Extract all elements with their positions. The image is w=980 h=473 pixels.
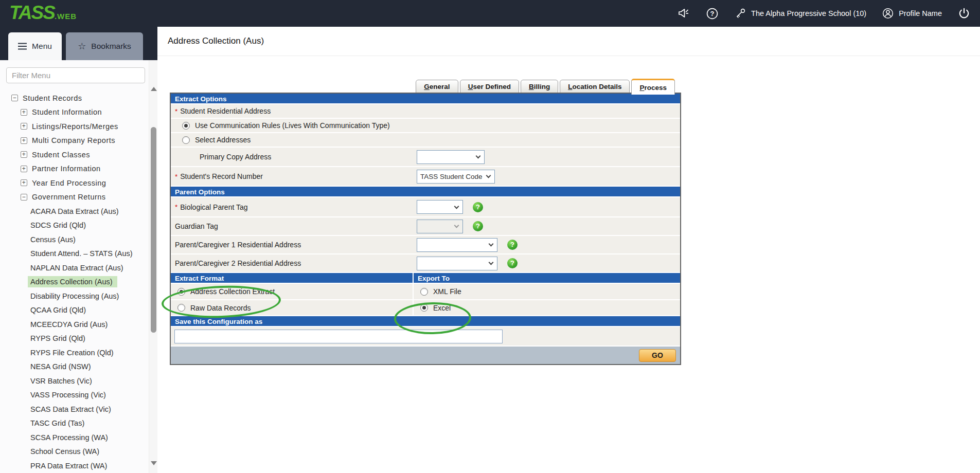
- filter-menu-input[interactable]: [6, 67, 145, 83]
- tab-user-defined[interactable]: User Defined: [460, 80, 519, 94]
- primary-copy-address-select[interactable]: [417, 150, 485, 164]
- expand-icon[interactable]: +: [21, 166, 27, 172]
- sidebar-item-sdcs-grid-qld[interactable]: SDCS Grid (Qld): [0, 219, 148, 233]
- select-addresses-radio[interactable]: [182, 136, 190, 144]
- student-s-record-number-select[interactable]: TASS Student Code: [417, 170, 495, 184]
- tab-billing[interactable]: Billing: [521, 80, 558, 94]
- expand-icon[interactable]: +: [21, 137, 27, 144]
- chevron-down-icon: [486, 173, 491, 178]
- sidebar-item-nesa-grid-nsw[interactable]: NESA Grid (NSW): [0, 360, 148, 374]
- raw-data-records-radio[interactable]: [177, 304, 185, 312]
- excel-radio[interactable]: [420, 304, 428, 312]
- help-icon[interactable]: ?: [473, 221, 483, 231]
- sidebar-item-label: NAPLAN Data Extract (Aus): [30, 264, 123, 272]
- key-icon: [734, 7, 746, 20]
- sidebar-item-listings-reports-merges[interactable]: +Listings/Reports/Merges: [0, 119, 148, 134]
- sidebar-item-scas-data-extract-vic[interactable]: SCAS Data Extract (Vic): [0, 402, 148, 416]
- sidebar-item-disability-processing-aus[interactable]: Disability Processing (Aus): [0, 289, 148, 303]
- parent-caregiver-1-residential-address-select[interactable]: [417, 238, 497, 252]
- sidebar-item-label: RYPS File Creation (Qld): [30, 349, 114, 357]
- go-button[interactable]: GO: [639, 349, 676, 362]
- sidebar-item-tasc-grid-tas[interactable]: TASC Grid (Tas): [0, 416, 148, 431]
- sidebar-item-year-end-processing[interactable]: +Year End Processing: [0, 176, 148, 190]
- sidebar-item-pra-data-extract-wa[interactable]: PRA Data Extract (WA): [0, 459, 148, 473]
- school-selector[interactable]: The Alpha Progressive School (10): [734, 7, 866, 20]
- expand-icon[interactable]: +: [21, 123, 27, 130]
- sidebar-item-student-attend-stats-aus[interactable]: Student Attend. – STATS (Aus): [0, 247, 148, 261]
- sidebar-item-ryps-file-creation-qld[interactable]: RYPS File Creation (Qld): [0, 345, 148, 360]
- sidebar-item-acara-data-extract-aus[interactable]: ACARA Data Extract (Aus): [0, 204, 148, 219]
- required-asterisk: *: [175, 107, 177, 115]
- help-icon[interactable]: ?: [473, 202, 483, 212]
- xml-file-radio[interactable]: [420, 288, 428, 296]
- sidebar-item-student-records[interactable]: −Student Records: [0, 91, 148, 105]
- sidebar-item-qcaa-grid-qld[interactable]: QCAA Grid (Qld): [0, 303, 148, 318]
- profile-name: Profile Name: [899, 9, 942, 17]
- section-header-extract-format: Extract Format: [171, 273, 414, 284]
- help-icon[interactable]: ?: [706, 7, 719, 20]
- top-bar: TASS.WEB ? The Alpha Progressive School …: [0, 0, 980, 27]
- parent-caregiver-2-residential-address-select[interactable]: [417, 257, 497, 270]
- profile-menu[interactable]: Profile Name: [882, 7, 942, 20]
- title-divider: [157, 56, 980, 56]
- main-content: Address Collection (Aus) GeneralUser Def…: [157, 27, 980, 473]
- sidebar-scrollbar[interactable]: [149, 60, 157, 473]
- sidebar-item-student-information[interactable]: +Student Information: [0, 105, 148, 120]
- menu-tab[interactable]: Menu: [8, 32, 62, 60]
- tab-general[interactable]: General: [416, 80, 458, 94]
- tab-process[interactable]: Process: [631, 79, 675, 95]
- scrollbar-thumb[interactable]: [151, 127, 156, 333]
- sidebar-item-school-census-wa[interactable]: School Census (WA): [0, 445, 148, 459]
- bookmarks-tab[interactable]: ☆ Bookmarks: [66, 32, 143, 60]
- menu-tab-label: Menu: [32, 42, 52, 51]
- sidebar-item-student-classes[interactable]: +Student Classes: [0, 148, 148, 162]
- address-collection-extract-radio[interactable]: [177, 288, 185, 296]
- sidebar-item-label: VSR Batches (Vic): [30, 377, 92, 385]
- collapse-icon[interactable]: −: [11, 95, 18, 101]
- guardian-tag-select[interactable]: [417, 220, 463, 233]
- field-row-primary-copy-address: Primary Copy Address: [171, 148, 680, 167]
- sidebar-item-naplan-data-extract-aus[interactable]: NAPLAN Data Extract (Aus): [0, 261, 148, 275]
- help-icon[interactable]: ?: [507, 240, 518, 250]
- required-asterisk: *: [175, 173, 177, 180]
- sidebar-item-partner-information[interactable]: +Partner Information: [0, 162, 148, 176]
- tass-logo[interactable]: TASS.WEB: [9, 2, 77, 24]
- chevron-down-icon: [489, 260, 494, 265]
- svg-text:?: ?: [710, 10, 715, 17]
- expand-icon[interactable]: +: [21, 179, 27, 186]
- sidebar-item-ryps-grid-qld[interactable]: RYPS Grid (Qld): [0, 332, 148, 346]
- logout-icon[interactable]: [957, 7, 971, 20]
- topbar-actions: ? The Alpha Progressive School (10) Prof…: [676, 0, 971, 27]
- sidebar-item-government-returns[interactable]: −Government Returns: [0, 190, 148, 205]
- expand-icon[interactable]: +: [21, 151, 27, 158]
- sidebar-item-vsr-batches-vic[interactable]: VSR Batches (Vic): [0, 374, 148, 388]
- field-row-student-s-record-number: *Student's Record NumberTASS Student Cod…: [171, 167, 680, 187]
- required-asterisk: *: [175, 203, 177, 211]
- extract-format-option: Raw Data Records: [171, 300, 414, 315]
- collapse-icon[interactable]: −: [21, 194, 27, 201]
- sidebar-item-label: SCSA Processing (WA): [30, 433, 108, 442]
- help-icon[interactable]: ?: [507, 258, 518, 268]
- config-name-input[interactable]: [174, 330, 503, 343]
- scroll-down-arrow-icon[interactable]: [151, 461, 157, 465]
- use-communication-rules-lives-with-communication-type-radio[interactable]: [182, 122, 190, 130]
- sidebar-item-label: Student Classes: [32, 151, 90, 159]
- sidebar-item-scsa-processing-wa[interactable]: SCSA Processing (WA): [0, 430, 148, 445]
- scroll-up-arrow-icon[interactable]: [151, 87, 157, 91]
- config-name-row: [171, 327, 680, 347]
- expand-icon[interactable]: +: [21, 109, 27, 116]
- sidebar-item-mceecdya-grid-aus[interactable]: MCEECDYA Grid (Aus): [0, 317, 148, 332]
- sidebar-item-multi-company-reports[interactable]: +Multi Company Reports: [0, 134, 148, 148]
- sidebar-item-label: Government Returns: [32, 193, 106, 201]
- sidebar-item-vass-processing-vic[interactable]: VASS Processing (Vic): [0, 388, 148, 403]
- field-label: Student's Record Number: [180, 172, 263, 180]
- sidebar-item-address-collection-aus[interactable]: Address Collection (Aus): [0, 275, 148, 289]
- field-label: Parent/Caregiver 1 Residential Address: [175, 241, 301, 249]
- sidebar-item-census-aus[interactable]: Census (Aus): [0, 232, 148, 247]
- sidebar-header: Menu ☆ Bookmarks: [0, 27, 157, 60]
- announcements-icon[interactable]: [676, 7, 690, 20]
- biological-parent-tag-select[interactable]: [417, 200, 463, 214]
- sidebar-item-label: Student Information: [32, 108, 102, 116]
- radio-label: Raw Data Records: [190, 304, 251, 312]
- tab-location-details[interactable]: Location Details: [560, 80, 630, 94]
